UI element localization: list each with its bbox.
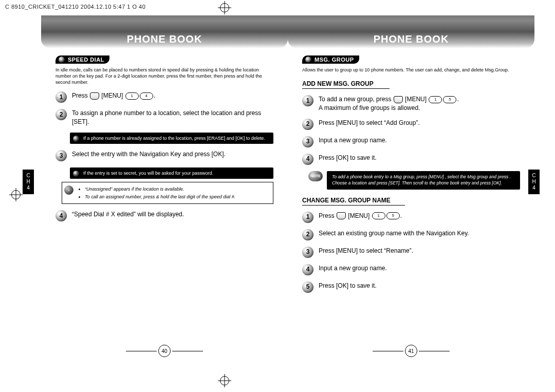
step-text: Select an existing group name with the N…: [319, 229, 520, 240]
step-text: “Speed Dial # X edited” will be displaye…: [72, 210, 273, 221]
step-number-icon: 2: [302, 229, 313, 240]
note-icon: NOTE: [308, 171, 323, 181]
chg-step-5: 5 Press [OK] to save it.: [302, 282, 520, 293]
step-text: Input a new group name.: [319, 264, 520, 275]
page-right: CH4 PHONE BOOK MSG. GROUP Allows the use…: [288, 15, 534, 361]
chg-step-4: 4 Input a new group name.: [302, 264, 520, 275]
section-speed-dial: SPEED DIAL: [55, 55, 109, 64]
key-1-icon: 1: [429, 96, 442, 103]
manual-spread: C 8910_CRICKET_041210 2004.12.10 5:47 1 …: [0, 0, 555, 392]
msg-group-intro: Allows the user to group up to 10 phone …: [302, 67, 520, 73]
registration-mark-top: [220, 3, 229, 12]
key-5-icon: 5: [386, 212, 400, 219]
page-banner: PHONE BOOK: [41, 15, 288, 48]
key-4-icon: 4: [140, 92, 153, 100]
chg-step-1: 1 Press [MENU] 15.: [302, 212, 520, 223]
softkey-icon: [337, 212, 346, 219]
chapter-tab-left: CH4: [23, 170, 34, 194]
tip-box: i “Unassigned” appears if the location i…: [62, 182, 273, 204]
add-step-4: 4 Press [OK] to save it.: [302, 154, 520, 165]
key-5-icon: 5: [443, 96, 456, 103]
step-2: 2 To assign a phone number to a location…: [55, 109, 273, 126]
step-3: 3 Select the entry with the Navigation K…: [55, 150, 273, 161]
section-msg-group: MSG. GROUP: [302, 55, 359, 64]
speed-dial-intro: In idle mode, calls can be placed to num…: [55, 67, 273, 85]
add-step-3: 3 Input a new group name.: [302, 136, 520, 147]
step-text: Press [MENU] to select “Rename”.: [319, 247, 520, 258]
step-number-icon: 4: [302, 264, 313, 275]
step-number-icon: 1: [302, 95, 313, 106]
subheading-change-group: CHANGE MSG. GROUP NAME: [302, 197, 520, 204]
key-1-icon: 1: [372, 212, 385, 219]
divider: [302, 205, 405, 206]
step-text: Press [MENU] to select “Add Group”.: [319, 119, 520, 130]
step-1: 1 Press [MENU] 14.: [55, 91, 273, 103]
step-number-icon: 5: [302, 282, 313, 293]
step-number-icon: 3: [302, 136, 313, 147]
page-number: 40: [158, 345, 171, 357]
add-step-1: 1 To add a new group, press [MENU] 15. A…: [302, 95, 520, 113]
step-text: Select the entry with the Navigation Key…: [72, 150, 273, 161]
page-number: 41: [405, 345, 417, 357]
step-text: To assign a phone number to a location, …: [72, 109, 273, 126]
softkey-icon: [394, 96, 403, 103]
step-text: Press [OK] to save it.: [319, 154, 520, 165]
note-box: If a phone number is already assigned to…: [70, 133, 273, 144]
step-number-icon: 1: [55, 91, 67, 103]
note-text: To add a phone book entry to a Msg group…: [327, 171, 520, 190]
step-subtext: A maximum of five groups is allowed.: [319, 104, 420, 111]
registration-mark-left: [11, 190, 21, 199]
subheading-add-group: ADD NEW MSG. GROUP: [302, 80, 520, 87]
file-name: C 8910_CRICKET_041210 2004.12.10 5:47 1 …: [5, 4, 145, 10]
note-box: If the entry is set to secret, you will …: [70, 167, 273, 179]
step-number-icon: 4: [302, 154, 313, 165]
chg-step-3: 3 Press [MENU] to select “Rename”.: [302, 247, 520, 258]
tip-item: “Unassigned” appears if the location is …: [85, 186, 268, 193]
step-number-icon: 1: [302, 212, 313, 223]
step-text: Input a new group name.: [319, 136, 520, 147]
step-number-icon: 3: [55, 150, 67, 161]
note-callout: NOTE To add a phone book entry to a Msg …: [308, 171, 520, 190]
step-number-icon: 2: [302, 119, 313, 130]
step-number-icon: 2: [55, 109, 67, 120]
chg-step-2: 2 Select an existing group name with the…: [302, 229, 520, 240]
tip-icon: i: [64, 185, 73, 195]
page-banner: PHONE BOOK: [288, 15, 534, 48]
step-text: Press [OK] to save it.: [319, 282, 520, 293]
tip-item: To call an assigned number, press & hold…: [85, 194, 268, 200]
key-1-icon: 1: [125, 92, 139, 100]
registration-mark-bottom: [220, 376, 229, 385]
softkey-icon: [90, 92, 99, 100]
step-number-icon: 3: [302, 247, 313, 258]
step-4: 4 “Speed Dial # X edited” will be displa…: [55, 210, 273, 221]
print-job-header: C 8910_CRICKET_041210 2004.12.10 5:47 1 …: [5, 4, 550, 10]
add-step-2: 2 Press [MENU] to select “Add Group”.: [302, 119, 520, 130]
chapter-tab-right: CH4: [528, 170, 540, 194]
divider: [302, 88, 390, 89]
page-left: CH4 PHONE BOOK SPEED DIAL In idle mode, …: [41, 15, 288, 361]
step-number-icon: 4: [55, 210, 67, 221]
